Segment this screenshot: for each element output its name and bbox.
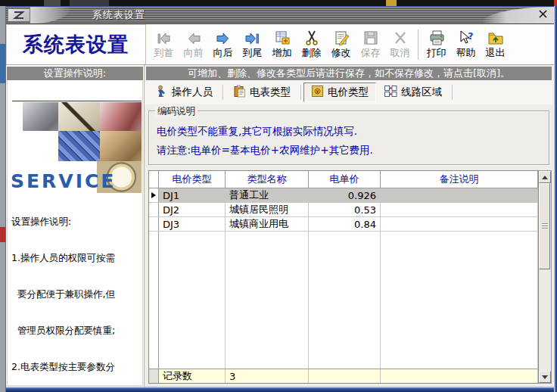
grid-header-row: 电价类型 类型名称 电单价 备注说明 — [149, 171, 538, 188]
save-floppy-icon — [363, 29, 379, 45]
toolbar-button-help[interactable]: ? 帮助 — [451, 26, 481, 63]
arrow-up-icon — [542, 176, 548, 179]
window-body: 设置操作说明: SERVICE 设置操作说明: 1.操作人员的权限可按需 要分配… — [6, 65, 557, 387]
tabstrip: 操作人员 电表类型 电价类型 — [145, 80, 552, 104]
toolbar-button-cancel[interactable]: 取消 — [385, 26, 415, 63]
record-count-value: 3 — [226, 369, 309, 383]
table-row[interactable]: DJ3 城镇商业用电 0.84 — [149, 217, 538, 232]
tab-line-regions[interactable]: 线路区域 — [376, 82, 450, 102]
screen: 系统表设置 系统表设置 到首 — [0, 0, 557, 392]
toolbar-button-previous[interactable]: 向前 — [179, 26, 208, 63]
column-header: 备注说明 — [381, 171, 538, 188]
service-wordmark: SERVICE — [11, 170, 116, 192]
table-row[interactable]: DJ2 城镇居民照明 0.53 — [149, 203, 538, 217]
svg-text:?: ? — [468, 30, 474, 42]
line-region-icon — [384, 85, 397, 100]
operator-person-icon — [155, 85, 168, 100]
tab-price-types[interactable]: 电价类型 — [303, 82, 376, 102]
toolbar-button-exit[interactable]: 退出 — [481, 26, 510, 63]
close-icon — [539, 10, 547, 20]
toolbar-button-delete[interactable]: 删除 — [297, 26, 326, 63]
edit-icon — [333, 29, 350, 45]
titlebar-swoosh — [30, 7, 71, 23]
tab-meter-types[interactable]: 电表类型 — [226, 82, 298, 102]
app-window: 系统表设置 系统表设置 到首 — [5, 6, 557, 392]
note-line: 电价类型不能重复,其它可根据实际情况填写. — [157, 122, 543, 141]
groupbox-title: 编码说明 — [155, 105, 198, 118]
sidebar: 设置操作说明: SERVICE 设置操作说明: 1.操作人员的权限可按需 要分配… — [6, 65, 145, 387]
column-header: 电价类型 — [159, 171, 226, 188]
coding-notes-groupbox: 编码说明 电价类型不能重复,其它可根据实际情况填写. 请注意:电单价=基本电价+… — [148, 110, 549, 165]
photo-tile-red-tools — [100, 102, 142, 131]
toolbar-button-print[interactable]: 打印 — [422, 26, 451, 63]
desktop-top-strip — [0, 0, 557, 6]
grid-empty-area — [149, 232, 538, 369]
main-panel: 可增加、删除、修改各类型后请进行保存，如不保存修改，请点击[取消]。 操作人员 — [145, 65, 557, 387]
toolbar-button-last[interactable]: 到尾 — [238, 26, 267, 63]
scrollbar-track[interactable] — [539, 183, 551, 371]
desktop-left-strip — [0, 6, 5, 392]
next-record-icon — [215, 29, 232, 45]
delete-scissors-icon — [303, 29, 320, 45]
tab-operators[interactable]: 操作人员 — [148, 82, 220, 102]
column-header: 类型名称 — [226, 171, 309, 188]
close-button[interactable] — [536, 9, 549, 21]
last-record-icon — [244, 29, 261, 45]
window-right-edge — [554, 6, 557, 392]
toolbar-button-modify[interactable]: 修改 — [326, 26, 356, 63]
sidebar-header: 设置操作说明: — [7, 67, 143, 80]
toolbar: 到首 向前 向后 到尾 — [146, 24, 557, 64]
note-line: 请注意:电单价=基本电价+农网维护+其它费用. — [157, 141, 543, 160]
toolbar-button-next[interactable]: 向后 — [208, 26, 238, 63]
price-type-grid: 电价类型 类型名称 电单价 备注说明 DJ1 普通工业 0.926 — [148, 170, 552, 384]
toolbar-button-add[interactable]: 增加 — [267, 26, 297, 63]
arrow-down-icon — [542, 375, 548, 379]
info-bar: 可增加、删除、修改各类型后请进行保存，如不保存修改，请点击[取消]。 — [146, 67, 552, 80]
tab-separator — [300, 85, 301, 100]
photo-tile-hand-coins — [100, 131, 142, 161]
toolbar-separator — [418, 30, 419, 60]
record-count-label: 记录数 — [159, 369, 226, 383]
first-record-icon — [156, 29, 173, 45]
grid-corner-cell — [149, 171, 159, 188]
photo-tile-pen — [58, 102, 100, 131]
scroll-up-button[interactable] — [539, 171, 551, 183]
titlebar[interactable]: 系统表设置 — [6, 6, 557, 24]
app-logo-icon — [8, 8, 30, 22]
record-count-row: 记录数 3 — [149, 369, 538, 383]
column-header: 电单价 — [309, 171, 381, 188]
print-icon — [428, 29, 445, 45]
previous-record-icon — [185, 29, 202, 45]
instructions-text: 设置操作说明: 1.操作人员的权限可按需 要分配便于兼职操作,但 管理员权限分配… — [11, 191, 124, 386]
grid-table: 电价类型 类型名称 电单价 备注说明 DJ1 普通工业 0.926 — [148, 170, 539, 384]
sidebar-content: SERVICE 设置操作说明: 1.操作人员的权限可按需 要分配便于兼职操作,但… — [7, 81, 143, 386]
current-row-indicator — [149, 188, 159, 202]
tab-separator — [452, 85, 453, 100]
toolbar-button-first[interactable]: 到首 — [149, 26, 179, 63]
scrollbar-thumb[interactable] — [539, 183, 550, 269]
cancel-x-icon — [392, 29, 409, 45]
window-bottom-edge — [6, 387, 557, 392]
window-title: 系统表设置 — [92, 8, 145, 22]
photo-tile-keyboard — [58, 131, 100, 161]
vertical-scrollbar — [539, 170, 552, 384]
add-icon — [274, 29, 291, 45]
meter-type-clipboard-icon — [233, 85, 246, 100]
scroll-down-button[interactable] — [539, 371, 551, 383]
exit-folder-icon — [487, 29, 504, 45]
sidebar-divider-line — [12, 101, 142, 101]
tab-separator — [222, 85, 223, 100]
help-cursor-icon: ? — [458, 29, 475, 45]
toolbar-row: 系统表设置 到首 向前 向后 — [6, 24, 557, 65]
toolbar-button-save[interactable]: 保存 — [356, 26, 385, 63]
price-type-money-icon — [311, 85, 324, 100]
table-row[interactable]: DJ1 普通工业 0.926 — [149, 188, 538, 203]
titlebar-right-cap — [481, 7, 554, 23]
photo-tile-metal-tools — [23, 102, 58, 131]
page-title: 系统表设置 — [6, 24, 146, 64]
thumb-grip — [542, 223, 548, 229]
